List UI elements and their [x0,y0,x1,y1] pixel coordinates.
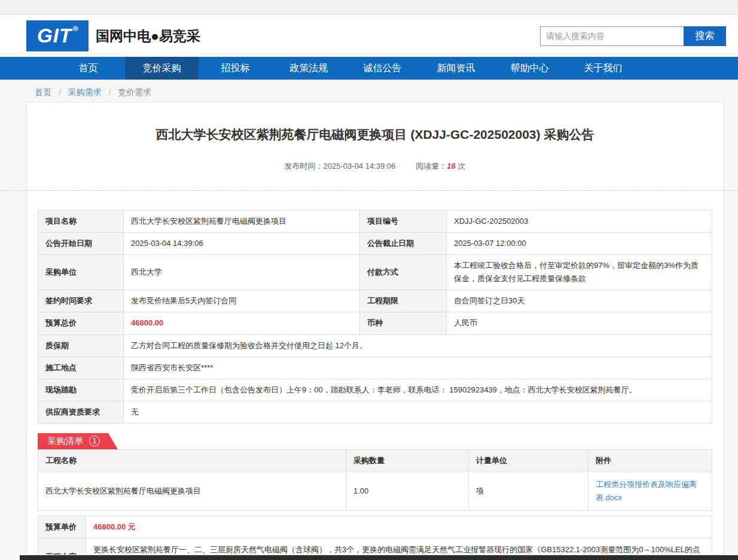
table-row: 预算单价 46800.00 元 [38,516,712,538]
purchase-list-count-badge: 1 [89,436,100,446]
project-details-table: 项目名称 西北大学长安校区紫荆苑餐厅电磁阀更换项目 项目编号 XDJJ-GC-2… [38,210,712,424]
table-row: 公告开始日期 2025-03-04 14:39:06 公告截止日期 2025-0… [38,233,712,255]
attachment-link[interactable]: 工程类分项报价表及响应偏离表.docx [596,480,697,502]
field-value: 乙方对合同工程的质量保修期为验收合格并交付使用之日起 12个月。 [124,334,712,357]
field-value: 西北大学长安校区紫荆苑餐厅电磁阀更换项目 [124,211,360,233]
unit-price-value: 46800.00 元 [86,516,712,538]
field-label: 公告开始日期 [38,233,124,255]
field-value: 陕西省西安市长安区**** [124,357,712,379]
field-label: 项目名称 [38,211,124,233]
table-header-row: 工程名称 采购数量 计量单位 附件 [38,449,712,471]
site-title: 国网中电●易竞采 [96,27,200,45]
table-row: 西北大学长安校区紫荆苑餐厅电磁阀更换项目 1.00 项 工程类分项报价表及响应偏… [38,472,712,511]
table-row: 现场踏勘 竞价开启后第三个工作日（包含公告发布日）上午9：00，踏勘联系人：李老… [38,379,712,401]
field-label: 币种 [360,312,447,334]
field-label: 公告截止日期 [360,233,447,255]
nav-item-news[interactable]: 新闻资讯 [419,57,493,80]
table-row: 签约时间要求 发布竞价结果后5天内签订合同 工程期限 自合同签订之日30天 [38,290,712,312]
nav-item-tenders[interactable]: 招投标 [199,57,272,80]
top-strip [0,0,738,15]
nav-item-about-us[interactable]: 关于我们 [566,57,640,80]
field-label: 签约时间要求 [38,290,124,312]
announcement-card: 西北大学长安校区紫荆苑餐厅电磁阀更换项目 (XDJJ-GC-202502003)… [26,102,724,555]
footer-bar [20,555,738,560]
purchase-list-badge: 采购清单 1 [38,433,118,449]
table-row: 质保期 乙方对合同工程的质量保修期为验收合格并交付使用之日起 12个月。 [38,334,712,357]
field-label: 预算总价 [38,312,124,334]
work-content-value: 更换长安校区紫荆苑餐厅一、二、三层厨房天然气电磁阀（含球阀），共3个，更换的电磁… [86,538,712,555]
table-row: 采购单位 西北大学 付款方式 本工程竣工验收合格后，付至审定价款的97%，留审定… [38,255,712,290]
table-row: 项目名称 西北大学长安校区紫荆苑餐厅电磁阀更换项目 项目编号 XDJJ-GC-2… [38,211,712,233]
nav-item-integrity-notices[interactable]: 诚信公告 [346,57,419,80]
field-label: 预算单价 [38,516,86,538]
breadcrumb-home[interactable]: 首页 [35,87,51,97]
attachment-cell: 工程类分项报价表及响应偏离表.docx [588,472,712,511]
breadcrumb-separator: / [59,87,61,97]
table-row: 供应商资质要求 无 [38,401,712,423]
table-row: 工程内容 更换长安校区紫荆苑餐厅一、二、三层厨房天然气电磁阀（含球阀），共3个，… [38,538,712,555]
field-label: 付款方式 [360,255,447,290]
nav-item-help-center[interactable]: 帮助中心 [493,57,566,80]
purchase-list-table: 工程名称 采购数量 计量单位 附件 西北大学长安校区紫荆苑餐厅电磁阀更换项目 1… [38,449,712,511]
project-name-cell: 西北大学长安校区紫荆苑餐厅电磁阀更换项目 [38,472,346,511]
quantity-cell: 1.00 [346,472,469,511]
budget-total-value: 46800.00 [124,312,360,334]
dashed-divider [0,190,738,191]
unit-cell: 项 [469,472,588,511]
breadcrumb-separator: / [109,87,111,97]
field-value: 无 [124,401,712,423]
field-value: XDJJ-GC-202502003 [447,211,712,233]
purchase-list-badge-label: 采购清单 [47,436,83,447]
column-header: 采购数量 [346,449,469,471]
purchase-summary-table: 预算单价 46800.00 元 工程内容 更换长安校区紫荆苑餐厅一、二、三层厨房… [38,516,712,555]
git-logo[interactable]: GIT® [26,20,89,51]
field-value: 竞价开启后第三个工作日（包含公告发布日）上午9：00，踏勘联系人：李老师，联系电… [124,379,712,401]
registered-mark: ® [73,25,79,33]
table-row: 预算总价 46800.00 币种 人民币 [38,312,712,334]
nav-item-home[interactable]: 首页 [51,57,125,80]
nav-item-bidding-purchase[interactable]: 竞价采购 [125,57,199,80]
field-value: 发布竞价结果后5天内签订合同 [124,290,360,312]
column-header: 工程名称 [38,449,346,471]
breadcrumb: 首页 / 采购需求 / 竞价需求 [0,80,738,98]
logo-text: GIT [37,25,72,47]
field-value: 本工程竣工验收合格后，付至审定价款的97%，留审定金额的3%作为质保金，质保金支… [447,255,712,290]
views-count: 16 [447,162,455,171]
column-header: 附件 [588,449,712,471]
field-label: 工程期限 [360,290,447,312]
field-label: 工程内容 [38,538,86,555]
field-value: 人民币 [447,312,712,334]
field-value: 2025-03-04 14:39:06 [124,233,360,255]
column-header: 计量单位 [469,449,588,471]
main-nav: 首页 竞价采购 招投标 政策法规 诚信公告 新闻资讯 帮助中心 关于我们 [0,57,738,80]
field-value: 自合同签订之日30天 [447,290,712,312]
breadcrumb-bidding-demand: 竞价需求 [118,87,151,97]
field-label: 现场踏勘 [38,379,124,401]
field-label: 供应商资质要求 [38,401,124,423]
site-header: GIT® 国网中电●易竞采 搜索 [0,15,738,57]
views-unit: 次 [458,162,465,171]
announcement-meta: 发布时间：2025-03-04 14:39:06阅读量：16 次 [38,161,712,172]
publish-time-label: 发布时间： [285,162,324,171]
field-label: 采购单位 [38,255,124,290]
nav-item-policies[interactable]: 政策法规 [272,57,346,80]
field-label: 施工地点 [38,357,124,379]
search-input[interactable] [540,26,684,46]
breadcrumb-procurement-demand[interactable]: 采购需求 [68,87,102,97]
views-label: 阅读量： [416,162,447,171]
publish-time-value: 2025-03-04 14:39:06 [324,162,396,171]
search-button[interactable]: 搜索 [684,26,726,46]
field-label: 项目编号 [360,211,447,233]
field-value: 2025-03-07 12:00:00 [447,233,712,255]
search-area: 搜索 [540,26,726,46]
page-title: 西北大学长安校区紫荆苑餐厅电磁阀更换项目 (XDJJ-GC-202502003)… [38,102,712,143]
page-background: 首页 / 采购需求 / 竞价需求 西北大学长安校区紫荆苑餐厅电磁阀更换项目 (X… [0,80,738,560]
field-value: 西北大学 [124,255,360,290]
table-row: 施工地点 陕西省西安市长安区**** [38,357,712,379]
field-label: 质保期 [38,334,124,357]
